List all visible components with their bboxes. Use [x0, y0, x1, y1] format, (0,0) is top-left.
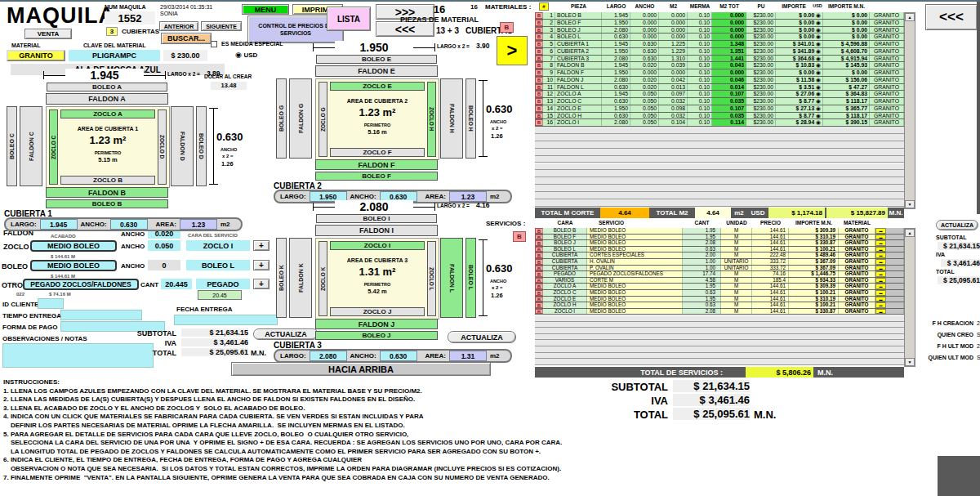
material-row-4[interactable]: B4BOLEO L0.6300.0000.0000.100.000$230.00… — [535, 34, 904, 41]
material-row-13[interactable]: B13ZOCLO C0.6300.0500.0320.100.035$230.0… — [535, 98, 904, 105]
materials-scrollbar[interactable]: ▲▼ — [904, 12, 915, 209]
otro-cara-select[interactable]: PEGADO — [196, 279, 250, 289]
row-b-button[interactable]: B — [535, 34, 543, 40]
boleo-ancho-input[interactable]: 0 — [148, 260, 180, 270]
medida-especial-checkbox[interactable] — [211, 41, 217, 47]
hacia-arriba-button[interactable]: HACIA ARRIBA — [231, 362, 491, 376]
material-row-5[interactable]: B5CUBIERTA 11.9450.6301.2250.101.348$230… — [535, 41, 904, 48]
piece-inner-zoclo-right[interactable]: ZOCLO H — [427, 82, 436, 157]
piece-top-faldon[interactable]: FALDON E — [315, 65, 438, 77]
bar-largo-value[interactable]: 1.945 — [40, 219, 78, 230]
id-cliente-input[interactable] — [38, 298, 64, 309]
piece-top-boleo[interactable]: BOLEO E — [316, 55, 437, 64]
service-row-14[interactable]: BZOCLO IMEDIO BOLEO2.08M144.61$ 330.87GR… — [535, 309, 904, 315]
service-row-7[interactable]: BCUBIERTAP. OVALIN1.00UNITARIO333.72$ 36… — [535, 266, 904, 272]
row-yellow-button[interactable]: ▬ — [875, 290, 886, 296]
bar-ancho-value[interactable]: 0.630 — [380, 351, 417, 361]
piece-inner-zoclo-left[interactable]: ZOCLO G — [318, 82, 327, 157]
piece-inner-zoclo-bottom[interactable]: ZOCLO J — [330, 307, 425, 316]
boleo-acabado-button[interactable]: MEDIO BOLEO — [30, 260, 117, 271]
piece-inner-zoclo-bottom[interactable]: ZOCLO B — [60, 176, 155, 185]
clave-material-input[interactable]: PLIGRAMPC — [69, 50, 160, 61]
hash-button[interactable]: # — [539, 2, 549, 11]
piece-bottom-faldon[interactable]: FALDON B — [46, 187, 168, 198]
b-material-button[interactable]: B — [500, 22, 514, 33]
piece-inner-zoclo-top[interactable]: ZOCLO A — [60, 109, 155, 118]
material-row-8[interactable]: B8FALDON B1.9450.0200.0390.100.043$230.0… — [535, 62, 904, 69]
usd-radio[interactable]: ◉ USD — [235, 51, 257, 59]
piece-inner-zoclo-left[interactable]: ZOCLO C — [49, 109, 58, 185]
right-actualiza-button[interactable]: ACTUALIZA — [936, 220, 978, 230]
piece-left-faldon[interactable]: FALDON G — [289, 78, 312, 159]
anterior-button[interactable]: ANTERIOR — [159, 21, 198, 31]
service-row-6[interactable]: BCUBIERTAH. OVALIN1.00UNITARIO333.72$ 36… — [535, 259, 904, 266]
row-yellow-button[interactable]: ▬ — [875, 297, 886, 302]
piece-left-faldon[interactable]: FALDON K — [289, 238, 312, 318]
otro-plus-button[interactable]: + — [253, 279, 270, 289]
material-row-7[interactable]: B7CUBIERTA 32.0800.6301.3100.101.441$230… — [535, 56, 904, 63]
piece-inner-zoclo-top[interactable]: ZOCLO E — [330, 82, 425, 91]
service-row-2[interactable]: BBOLEO FMEDIO BOLEO1.95M144.61$ 310.19GR… — [535, 235, 904, 241]
material-row-6[interactable]: B6CUBIERTA 21.9500.6301.2290.101.351$230… — [535, 48, 904, 56]
piece-top-boleo[interactable]: BOLEO I — [316, 214, 437, 223]
tiempo-entrega-input[interactable] — [60, 310, 142, 320]
fecha-entrega-input[interactable] — [174, 315, 278, 325]
lista-button[interactable]: LISTA — [327, 7, 371, 31]
piece-right-faldon[interactable]: FALDON D — [171, 106, 194, 186]
row-yellow-button[interactable]: ▬ — [875, 309, 886, 315]
piece-left-boleo[interactable]: BOLEO C — [7, 106, 17, 186]
row-b-button[interactable]: B — [535, 27, 543, 34]
piece-bottom-boleo[interactable]: BOLEO J — [315, 331, 438, 340]
piece-bottom-faldon[interactable]: FALDON J — [315, 319, 438, 329]
row-yellow-button[interactable]: ▬ — [875, 278, 886, 284]
piece-left-faldon[interactable]: FALDON C — [20, 106, 42, 186]
row-yellow-button[interactable]: ▬ — [875, 228, 886, 234]
menu-button[interactable]: MENU — [242, 4, 289, 15]
piece-right-faldon[interactable]: FALDON H — [440, 78, 463, 159]
row-yellow-button[interactable]: ▬ — [875, 271, 886, 277]
material-row-14[interactable]: B14ZOCLO E1.9500.0500.0980.100.107$230.0… — [535, 105, 904, 113]
zoclo-ancho-input[interactable]: 0.050 — [148, 240, 180, 251]
row-yellow-button[interactable]: ▬ — [875, 235, 886, 240]
piece-top-faldon[interactable]: FALDON A — [46, 93, 168, 105]
piece-right-boleo[interactable]: BOLEO L — [466, 238, 476, 318]
service-row-3[interactable]: BBOLEO JMEDIO BOLEO2.08M144.61$ 330.87GR… — [535, 240, 904, 247]
service-row-5[interactable]: BCUBIERTACORTES ESPECIALES2.00M222.48$ 4… — [535, 252, 904, 259]
boleo-cara-select[interactable]: BOLEO L — [186, 260, 250, 270]
row-yellow-button[interactable]: ▬ — [875, 302, 886, 308]
service-row-9[interactable]: BVARIOSCORTE M4.58M185.4$ 934.33GRANITO▬ — [535, 278, 904, 284]
otro-cant-input[interactable]: 20.445 — [161, 279, 192, 289]
row-yellow-button[interactable]: ▬ — [875, 259, 886, 265]
bar-ancho-value[interactable]: 0.630 — [110, 219, 148, 230]
piece-bottom-boleo[interactable]: BOLEO B — [46, 199, 168, 208]
material-row-9[interactable]: B9FALDON F1.9500.0000.0000.100.000$230.0… — [535, 69, 904, 77]
service-row-11[interactable]: BZOCLO CMEDIO BOLEO0.63M144.61$ 100.21GR… — [535, 290, 904, 297]
material-row-11[interactable]: B11FALDON L0.6300.0200.0130.100.014$230.… — [535, 84, 904, 92]
row-yellow-button[interactable]: ▬ — [875, 247, 886, 252]
material-row-3[interactable]: B3BOLEO J2.0800.0000.0000.100.000$230.00… — [535, 27, 904, 34]
service-row-4[interactable]: BBOLEO LMEDIO BOLEO0.63M144.61$ 100.21GR… — [535, 247, 904, 253]
boleo-plus-button[interactable]: + — [253, 260, 270, 270]
service-row-13[interactable]: BZOCLO HMEDIO BOLEO0.63M144.61$ 100.21GR… — [535, 302, 904, 309]
zoclo-acabado-button[interactable]: MEDIO BOLEO — [30, 240, 117, 252]
material-row-12[interactable]: B12ZOCLO A1.9450.0500.0970.100.107$230.0… — [535, 91, 904, 98]
material-row-15[interactable]: B15ZOCLO H0.6300.0500.0320.100.035$230.0… — [535, 113, 904, 120]
zoclo-cara-select[interactable]: ZOCLO I — [186, 240, 250, 251]
material-row-10[interactable]: B10FALDON J2.0800.0200.0420.100.046$230.… — [535, 77, 904, 84]
siguiente-button[interactable]: SIGUIENTE — [201, 21, 242, 31]
piece-top-faldon[interactable]: FALDON I — [315, 225, 438, 236]
piece-inner-zoclo-top[interactable]: ZOCLO I — [330, 241, 425, 250]
services-scrollbar[interactable]: ▲▼ — [904, 228, 915, 367]
material-row-2[interactable]: B2BOLEO F1.9500.0000.0000.100.000$230.00… — [535, 20, 904, 27]
piece-bottom-faldon[interactable]: FALDON F — [315, 159, 438, 170]
piece-right-boleo[interactable]: BOLEO D — [196, 106, 207, 186]
piece-inner-zoclo-right[interactable]: ZOCLO L — [427, 241, 436, 316]
row-yellow-button[interactable]: ▬ — [875, 252, 886, 258]
row-b-button[interactable]: B — [535, 20, 543, 26]
otro-servicio-button[interactable]: PEGADO ZOCLOS/FALDONES — [23, 279, 139, 290]
piece-left-boleo[interactable]: BOLEO K — [276, 238, 287, 318]
service-row-10[interactable]: BZOCLO AMEDIO BOLEO1.95M144.61$ 309.39GR… — [535, 284, 904, 290]
service-row-8[interactable]: BPEGADOPEGADO ZOCLOS/FALDONES17.74M74.16… — [535, 271, 904, 278]
row-b-button[interactable]: B — [535, 12, 543, 19]
piece-bottom-boleo[interactable]: BOLEO F — [315, 172, 438, 181]
